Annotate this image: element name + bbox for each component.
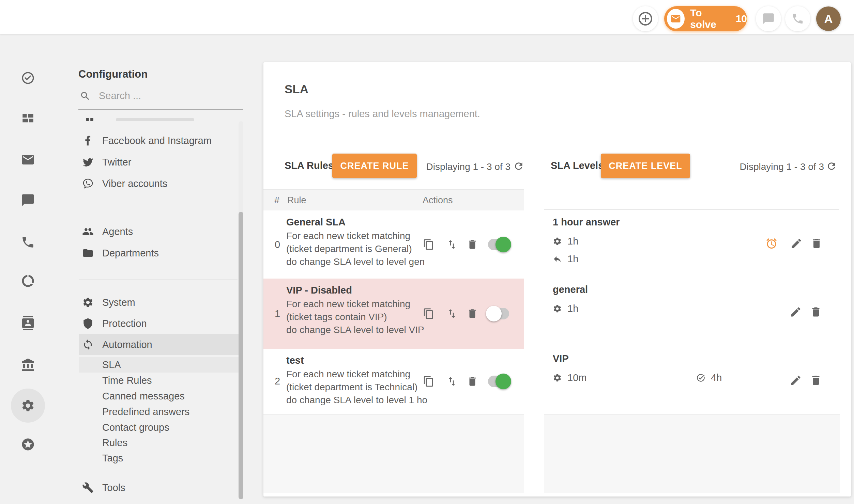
clipped-menu-item-icon (86, 118, 93, 121)
swap-icon (446, 239, 458, 250)
rail-item-chat-bubble[interactable] (11, 183, 45, 217)
rail-item-bank[interactable] (11, 348, 45, 382)
chat-bubble-icon (21, 193, 35, 207)
sidebar-item-automation[interactable]: Automation (79, 334, 239, 355)
avatar[interactable]: A (816, 6, 841, 31)
rules-refresh-icon[interactable] (513, 161, 524, 172)
phone-button[interactable] (785, 6, 810, 31)
sidebar-item-label: Automation (102, 339, 152, 350)
level-row[interactable]: 1 hour answer1h1h (544, 209, 839, 277)
sidebar-item-predefined-answers[interactable]: Predefined answers (79, 404, 239, 420)
rail-item-check-circle[interactable] (11, 61, 45, 95)
sidebar-item-system[interactable]: System (79, 292, 239, 313)
sync-icon (82, 339, 94, 350)
rail-item-contacts[interactable] (11, 306, 45, 340)
rule-delete-button[interactable] (467, 239, 478, 250)
rule-copy-button[interactable] (423, 376, 434, 387)
rule-swap-button[interactable] (446, 308, 458, 319)
rule-copy-button[interactable] (423, 239, 434, 250)
rule-enabled-toggle[interactable] (488, 239, 509, 250)
sidebar-item-facebook-and-instagram[interactable]: Facebook and Instagram (79, 130, 239, 151)
rule-row[interactable]: 2testFor each new ticket matching(ticket… (263, 349, 524, 414)
rule-enabled-toggle[interactable] (488, 308, 509, 319)
sidebar-item-tools[interactable]: Tools (79, 477, 239, 498)
sidebar-scrollbar-thumb[interactable] (239, 212, 243, 499)
rule-delete-button[interactable] (467, 308, 478, 319)
add-circle-icon (637, 11, 654, 27)
sidebar-item-protection[interactable]: Protection (79, 313, 239, 334)
menu-divider (79, 280, 238, 280)
gear-icon (553, 237, 562, 246)
column-num: # (274, 190, 279, 211)
sidebar-item-rules[interactable]: Rules (79, 435, 239, 451)
folder-icon (82, 247, 94, 259)
sidebar-item-contact-groups[interactable]: Contact groups (79, 420, 239, 435)
level-delete-button[interactable] (810, 374, 822, 387)
rule-description-line: For each new ticket matching (286, 368, 427, 381)
rule-row[interactable]: 1VIP - DisabledFor each new ticket match… (263, 279, 524, 349)
chat-button[interactable] (756, 6, 781, 31)
sidebar-item-departments[interactable]: Departments (79, 242, 239, 264)
sidebar-item-label: Twitter (102, 157, 131, 168)
rule-delete-button[interactable] (467, 376, 478, 387)
gear-icon (553, 304, 562, 313)
level-metric: 10m (553, 369, 586, 387)
rail-item-email[interactable] (11, 143, 45, 177)
create-rule-button[interactable]: CREATE RULE (332, 154, 417, 178)
delete-icon (467, 376, 478, 387)
rule-title: VIP - Disabled (286, 283, 424, 298)
toggle-knob (486, 306, 502, 321)
level-edit-button[interactable] (790, 306, 802, 318)
rail-item-dashboard[interactable] (11, 101, 45, 135)
sidebar-item-canned-messages[interactable]: Canned messages (79, 388, 239, 404)
sidebar-item-time-rules[interactable]: Time Rules (79, 373, 239, 388)
level-metric: 1h (553, 300, 578, 317)
level-delete-button[interactable] (810, 237, 823, 250)
sidebar-item-sla[interactable]: SLA (79, 357, 239, 373)
avatar-letter: A (824, 12, 833, 26)
search-input[interactable] (98, 88, 229, 104)
rule-copy-button[interactable] (423, 308, 434, 319)
stars-icon (21, 437, 35, 452)
level-row[interactable]: general1h (544, 277, 839, 346)
rule-description-line: do change SLA level to level gen (286, 255, 425, 268)
toggle-knob (495, 374, 511, 389)
sidebar-item-label: Time Rules (102, 375, 152, 386)
rule-swap-button[interactable] (446, 239, 458, 250)
levels-footer-area (544, 414, 840, 493)
swap-icon (446, 376, 458, 387)
sidebar-item-tags[interactable]: Tags (79, 450, 239, 466)
rail-item-data-usage[interactable] (11, 264, 45, 298)
refresh-icon (826, 161, 837, 172)
create-level-button[interactable]: CREATE LEVEL (601, 154, 690, 178)
rule-enabled-toggle[interactable] (488, 376, 509, 387)
sidebar-item-twitter[interactable]: Twitter (79, 152, 239, 173)
level-edit-button[interactable] (790, 237, 803, 250)
rail-item-settings[interactable] (11, 389, 45, 423)
levels-refresh-icon[interactable] (826, 161, 837, 172)
to-solve-button[interactable]: To solve 10 (664, 6, 747, 31)
swap-icon (446, 308, 458, 319)
sidebar-item-agents[interactable]: Agents (79, 221, 239, 242)
sidebar-item-label: Departments (102, 248, 159, 259)
edit-icon (790, 374, 802, 387)
rail-item-phone[interactable] (11, 225, 45, 259)
sidebar-item-viber-accounts[interactable]: Viber accounts (79, 173, 239, 194)
add-button[interactable] (633, 6, 658, 31)
level-row[interactable]: VIP10m4h (544, 346, 839, 414)
rail-item-stars[interactable] (11, 427, 45, 461)
level-metric-value: 4h (711, 372, 722, 383)
rules-footer-area (263, 414, 524, 493)
level-delete-button[interactable] (810, 306, 822, 318)
level-metric: 1h (553, 232, 578, 250)
twitter-icon (82, 156, 94, 168)
people-icon (82, 226, 94, 237)
rule-row[interactable]: 0General SLAFor each new ticket matching… (263, 210, 524, 279)
column-rule: Rule (287, 190, 306, 211)
rule-description-line: (ticket tags contain VIP) (286, 311, 424, 324)
level-alarm-button[interactable] (765, 237, 778, 250)
rule-swap-button[interactable] (446, 376, 458, 387)
delete-icon (467, 308, 478, 319)
level-edit-button[interactable] (790, 374, 802, 387)
task-check-icon (696, 373, 705, 382)
